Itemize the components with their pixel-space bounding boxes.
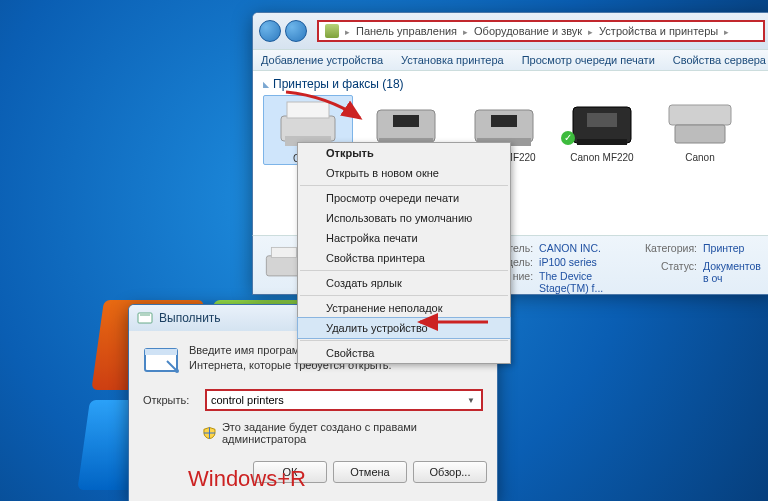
cancel-button[interactable]: Отмена	[333, 461, 407, 483]
run-open-label: Открыть:	[143, 394, 197, 406]
menu-create-shortcut[interactable]: Создать ярлык	[298, 273, 510, 293]
printer-icon	[567, 95, 637, 150]
menu-printing-prefs[interactable]: Настройка печати	[298, 228, 510, 248]
printer-item[interactable]: Canon	[655, 95, 745, 165]
run-admin-note: Это задание будет создано с правами адми…	[222, 421, 483, 445]
svg-rect-11	[577, 139, 627, 145]
run-input[interactable]	[211, 394, 465, 406]
svg-rect-12	[669, 105, 731, 125]
shortcut-hint: Windows+R	[188, 466, 306, 492]
svg-rect-13	[675, 125, 725, 143]
menu-printer-properties[interactable]: Свойства принтера	[298, 248, 510, 268]
printer-label: Canon MF220	[570, 152, 633, 163]
svg-rect-7	[491, 115, 517, 127]
svg-rect-4	[393, 115, 419, 127]
toolbar-add-device[interactable]: Добавление устройства	[261, 54, 383, 66]
menu-open-new-window[interactable]: Открыть в новом окне	[298, 163, 510, 183]
run-input-wrap[interactable]: ▼	[205, 389, 483, 411]
run-icon	[143, 343, 179, 379]
menu-set-default[interactable]: Использовать по умолчанию	[298, 208, 510, 228]
breadcrumb-item[interactable]: Устройства и принтеры	[599, 25, 718, 37]
svg-rect-15	[271, 247, 296, 257]
printer-icon	[665, 95, 735, 150]
run-title-icon	[137, 310, 153, 326]
toolbar-server-props[interactable]: Свойства сервера печат	[673, 54, 768, 66]
svg-rect-19	[145, 349, 177, 355]
dropdown-icon[interactable]: ▼	[465, 396, 477, 405]
breadcrumb-item[interactable]: Оборудование и звук	[474, 25, 582, 37]
arrow-annotation-icon	[282, 88, 372, 130]
menu-properties[interactable]: Свойства	[298, 343, 510, 363]
menu-view-queue[interactable]: Просмотр очереди печати	[298, 188, 510, 208]
toolbar-add-printer[interactable]: Установка принтера	[401, 54, 504, 66]
nav-back-button[interactable]	[259, 20, 281, 42]
control-panel-icon	[325, 24, 339, 38]
uac-shield-icon	[203, 426, 216, 440]
arrow-annotation-icon	[414, 314, 494, 332]
menu-open[interactable]: Открыть	[298, 143, 510, 163]
breadcrumb[interactable]: Панель управления Оборудование и звук Ус…	[317, 20, 765, 42]
explorer-toolbar: Добавление устройства Установка принтера…	[253, 49, 768, 71]
breadcrumb-item[interactable]: Панель управления	[356, 25, 457, 37]
printer-item[interactable]: ✓ Canon MF220	[557, 95, 647, 165]
svg-rect-10	[587, 113, 617, 127]
svg-point-20	[175, 369, 179, 373]
toolbar-view-queue[interactable]: Просмотр очереди печати	[522, 54, 655, 66]
printer-label: Canon	[685, 152, 714, 163]
browse-button[interactable]: Обзор...	[413, 461, 487, 483]
nav-forward-button[interactable]	[285, 20, 307, 42]
default-check-icon: ✓	[561, 131, 575, 145]
